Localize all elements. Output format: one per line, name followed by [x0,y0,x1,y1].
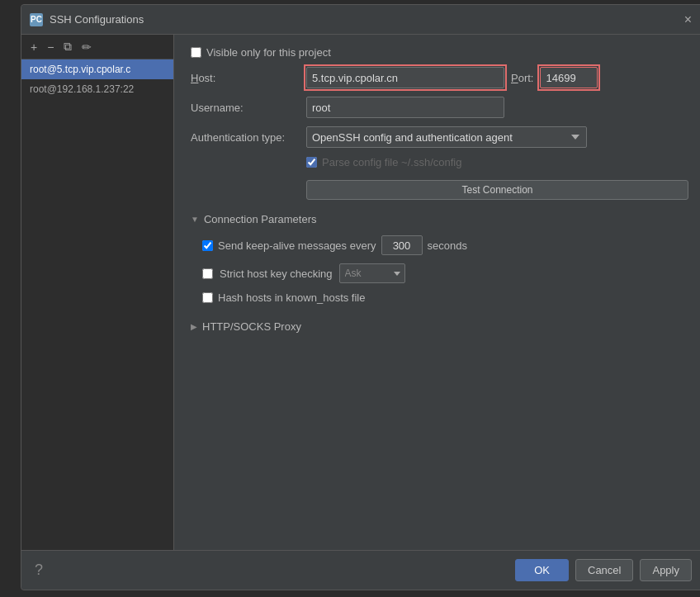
auth-type-select[interactable]: OpenSSH config and authentication agent [306,126,587,148]
close-button[interactable]: × [679,11,697,29]
dialog-footer: ? OK Cancel Apply [21,550,700,590]
keep-alive-unit: seconds [428,239,467,252]
hash-hosts-checkbox[interactable] [202,292,213,303]
left-toolbar: + − ⧉ ✏ [21,35,173,59]
keep-alive-input[interactable] [381,235,423,255]
parse-config-row: Parse config file ~/.ssh/config [306,156,688,168]
edit-connection-button[interactable]: ✏ [78,39,96,55]
apply-button[interactable]: Apply [640,559,692,581]
connection-params-section-header[interactable]: ▼ Connection Parameters [191,213,688,225]
dialog-title-bar: PC SSH Configurations × [21,5,700,35]
hash-hosts-label: Hash hosts in known_hosts file [218,291,365,304]
connection-list: root@5.tcp.vip.cpolar.c root@192.168.1.2… [21,59,173,550]
help-button[interactable]: ? [35,561,43,579]
http-proxy-label: HTTP/SOCKS Proxy [202,320,301,333]
connection-item-0[interactable]: root@5.tcp.vip.cpolar.c [21,59,173,79]
host-input-wrapper: 5.tcp.vip.cpolar.cn [306,67,504,88]
port-input-wrapper: 14699 [540,67,598,88]
remove-connection-button[interactable]: − [43,39,58,55]
connection-params-label: Connection Parameters [204,213,317,225]
auth-type-row: Authentication type: OpenSSH config and … [191,126,688,148]
keep-alive-checkbox[interactable] [202,240,213,251]
visible-only-checkbox[interactable] [191,47,201,58]
strict-host-label: Strict host key checking [220,268,333,280]
section-arrow-icon: ▼ [191,215,199,224]
cancel-button[interactable]: Cancel [575,559,633,581]
username-row: Username: root [191,97,688,118]
port-input[interactable]: 14699 [540,67,598,88]
dialog-left-panel: + − ⧉ ✏ root@5.tcp.vip.cpolar.c root@192… [21,35,174,550]
connection-params-content: Send keep-alive messages every seconds S… [202,235,688,312]
port-label: Port: [511,72,533,84]
http-proxy-arrow-icon: ▶ [191,322,197,331]
footer-buttons: OK Cancel Apply [515,559,692,581]
ok-button[interactable]: OK [515,559,569,581]
username-input[interactable]: root [306,97,504,118]
host-port-group: 5.tcp.vip.cpolar.cn Port: 14699 [306,67,598,88]
ssh-configurations-dialog: PC SSH Configurations × + − ⧉ ✏ root@5.t… [21,4,700,590]
parse-config-label: Parse config file ~/.ssh/config [322,156,461,168]
dialog-right-panel: Visible only for this project Host: 5.tc… [174,35,700,550]
dialog-title: PC SSH Configurations [30,13,144,26]
username-label: Username: [191,102,306,114]
dialog-title-text: SSH Configurations [50,13,144,26]
app-icon: PC [30,13,43,26]
dialog-body: + − ⧉ ✏ root@5.tcp.vip.cpolar.c root@192… [21,35,700,550]
copy-connection-button[interactable]: ⧉ [59,38,76,55]
test-connection-button[interactable]: Test Connection [306,180,688,200]
connection-item-1[interactable]: root@192.168.1.237:22 [21,79,173,99]
http-proxy-section-header[interactable]: ▶ HTTP/SOCKS Proxy [191,320,688,333]
keep-alive-row: Send keep-alive messages every seconds [202,235,688,255]
hash-hosts-row: Hash hosts in known_hosts file [202,291,688,304]
add-connection-button[interactable]: + [26,39,41,55]
auth-type-label: Authentication type: [191,131,306,144]
parse-config-checkbox[interactable] [306,157,317,168]
keep-alive-label: Send keep-alive messages every [218,239,376,252]
strict-host-checkbox[interactable] [202,268,213,279]
host-input[interactable]: 5.tcp.vip.cpolar.cn [306,67,504,88]
host-port-row: Host: 5.tcp.vip.cpolar.cn Port: 14699 [191,67,688,88]
host-label: Host: [191,72,306,84]
strict-host-row: Strict host key checking Ask Yes No [202,263,688,283]
visible-only-label: Visible only for this project [206,46,331,59]
visible-only-row: Visible only for this project [191,46,688,59]
strict-host-select[interactable]: Ask Yes No [339,263,405,283]
